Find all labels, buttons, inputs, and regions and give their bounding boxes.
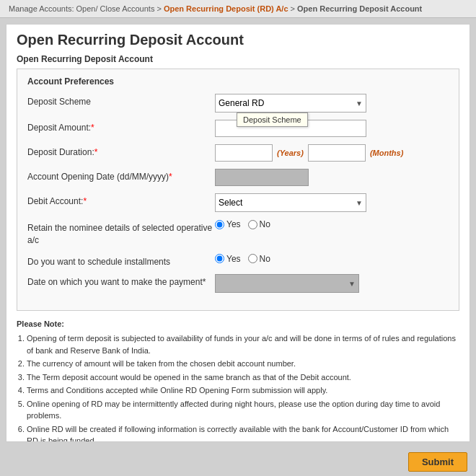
section-header: Open Recurring Deposit Account bbox=[17, 54, 459, 64]
note-item-6: Online RD will be created if following i… bbox=[27, 423, 459, 442]
deposit-scheme-control: General RD ▼ Deposit Scheme bbox=[215, 94, 449, 113]
debit-account-label: Debit Account:* bbox=[27, 193, 215, 206]
account-opening-date-label: Account Opening Date (dd/MM/yyyy)* bbox=[27, 169, 215, 182]
duration-row: (Years) (Months) bbox=[215, 144, 403, 162]
debit-account-control: Select ▼ bbox=[215, 193, 449, 212]
please-note-section: Please Note: Opening of term deposit is … bbox=[17, 318, 459, 442]
main-content: Open Recurring Deposit Account Open Recu… bbox=[6, 24, 470, 442]
page-title: Open Recurring Deposit Account bbox=[17, 32, 459, 48]
deposit-scheme-select-wrapper: General RD ▼ bbox=[215, 94, 366, 113]
note-item-5: Online opening of RD may be intermittent… bbox=[27, 398, 459, 422]
retain-nominee-radio-group: Yes No bbox=[215, 219, 270, 229]
account-opening-date-input[interactable] bbox=[215, 169, 309, 186]
deposit-scheme-select[interactable]: General RD bbox=[215, 94, 366, 113]
payment-date-control: ▼ bbox=[215, 274, 449, 293]
debit-account-row: Debit Account:* Select ▼ bbox=[27, 193, 449, 212]
schedule-installments-radio-group: Yes No bbox=[215, 254, 270, 264]
schedule-installments-label: Do you want to schedule installments bbox=[27, 254, 215, 267]
please-note-title: Please Note: bbox=[17, 318, 459, 330]
deposit-duration-label: Deposit Duration:* bbox=[27, 144, 215, 157]
note-item-4: Terms and Conditions accepted while Onli… bbox=[27, 384, 459, 397]
retain-nominee-row: Retain the nominee details of selected o… bbox=[27, 219, 449, 247]
debit-account-select-wrapper: Select ▼ bbox=[215, 193, 366, 212]
debit-account-select[interactable]: Select bbox=[215, 193, 366, 212]
breadcrumb: Manage Accounts: Open/ Close Accounts > … bbox=[0, 0, 476, 18]
retain-nominee-no[interactable]: No bbox=[248, 219, 270, 229]
note-item-1: Opening of term deposit is subjected to … bbox=[27, 332, 459, 356]
schedule-yes-radio[interactable] bbox=[215, 254, 224, 263]
years-label: (Years) bbox=[277, 149, 304, 157]
submit-button[interactable]: Submit bbox=[408, 452, 467, 472]
schedule-yes[interactable]: Yes bbox=[215, 254, 241, 264]
months-label: (Months) bbox=[370, 149, 403, 157]
payment-date-label: Date on which you want to make the payme… bbox=[27, 274, 215, 287]
deposit-amount-label: Deposit Amount:* bbox=[27, 120, 215, 133]
deposit-scheme-label: Deposit Scheme bbox=[27, 94, 215, 107]
schedule-no-radio[interactable] bbox=[248, 254, 257, 263]
schedule-installments-control: Yes No bbox=[215, 254, 449, 264]
panel-title: Account Preferences bbox=[27, 76, 449, 87]
retain-nominee-yes-radio[interactable] bbox=[215, 220, 224, 229]
note-item-2: The currency of amount will be taken fro… bbox=[27, 358, 459, 370]
bottom-bar: Submit bbox=[0, 448, 476, 476]
retain-nominee-no-radio[interactable] bbox=[248, 220, 257, 229]
deposit-scheme-row: Deposit Scheme General RD ▼ Deposit Sche… bbox=[27, 94, 449, 113]
please-note-list: Opening of term deposit is subjected to … bbox=[27, 332, 459, 442]
payment-date-select[interactable] bbox=[215, 274, 359, 293]
deposit-scheme-tooltip: Deposit Scheme bbox=[237, 113, 308, 127]
form-panel: Account Preferences Deposit Scheme Gener… bbox=[17, 69, 459, 311]
payment-date-select-wrapper: ▼ bbox=[215, 274, 359, 293]
schedule-no[interactable]: No bbox=[248, 254, 270, 264]
deposit-duration-row: Deposit Duration:* (Years) (Months) bbox=[27, 144, 449, 162]
retain-nominee-yes[interactable]: Yes bbox=[215, 219, 241, 229]
deposit-duration-years-input[interactable] bbox=[215, 144, 273, 162]
account-opening-date-control bbox=[215, 169, 449, 186]
note-item-3: The Term deposit account would be opened… bbox=[27, 371, 459, 384]
retain-nominee-control: Yes No bbox=[215, 219, 449, 229]
deposit-duration-months-input[interactable] bbox=[308, 144, 366, 162]
schedule-installments-row: Do you want to schedule installments Yes… bbox=[27, 254, 449, 267]
account-opening-date-row: Account Opening Date (dd/MM/yyyy)* bbox=[27, 169, 449, 186]
payment-date-row: Date on which you want to make the payme… bbox=[27, 274, 449, 293]
deposit-duration-control: (Years) (Months) bbox=[215, 144, 449, 162]
retain-nominee-label: Retain the nominee details of selected o… bbox=[27, 219, 215, 247]
